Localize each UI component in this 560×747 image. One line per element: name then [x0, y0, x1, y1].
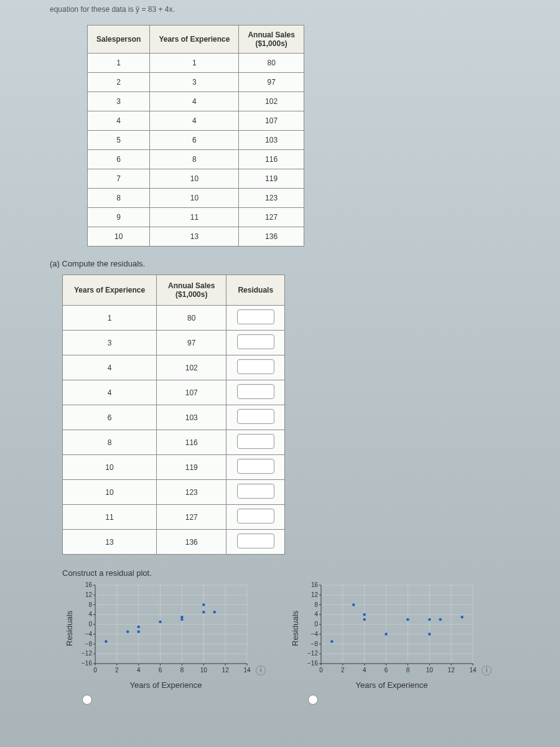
- svg-text:2: 2: [341, 667, 345, 674]
- svg-point-117: [352, 603, 355, 606]
- svg-text:12: 12: [85, 591, 93, 598]
- table-cell: 102: [157, 355, 226, 380]
- table-cell: 107: [157, 380, 226, 405]
- svg-text:8: 8: [406, 667, 410, 674]
- table-cell: 2: [88, 73, 150, 92]
- svg-text:−12: −12: [82, 650, 92, 657]
- info-icon[interactable]: i: [256, 665, 266, 675]
- svg-point-61: [202, 603, 205, 606]
- plot-radio[interactable]: [308, 695, 318, 705]
- info-icon[interactable]: i: [482, 665, 492, 675]
- residual-input-cell: [226, 405, 285, 430]
- table-cell: 127: [239, 208, 304, 227]
- residual-input[interactable]: [237, 359, 274, 374]
- svg-point-121: [406, 618, 409, 621]
- svg-point-123: [428, 618, 431, 621]
- residual-input-cell: [226, 455, 285, 480]
- table-cell: 4: [63, 355, 157, 380]
- table-row: 6103: [63, 405, 285, 430]
- svg-point-62: [213, 611, 216, 613]
- svg-text:12: 12: [311, 591, 319, 598]
- question-a: (a) Compute the residuals.: [50, 259, 548, 268]
- svg-point-56: [138, 626, 140, 628]
- table-cell: 136: [239, 227, 304, 247]
- table-cell: 8: [150, 150, 239, 169]
- plot-radio[interactable]: [82, 695, 92, 705]
- table-cell: 6: [63, 405, 157, 430]
- table-cell: 80: [239, 54, 304, 73]
- table-cell: 9: [88, 208, 150, 227]
- residual-input[interactable]: [237, 434, 274, 449]
- table-cell: 3: [150, 73, 239, 92]
- svg-text:8: 8: [180, 667, 184, 674]
- table-header: Annual Sales($1,000s): [157, 275, 226, 306]
- table-header: Residuals: [226, 275, 285, 306]
- svg-point-118: [363, 613, 366, 616]
- svg-point-119: [363, 618, 366, 621]
- residual-plot-1: −16−12−8−4048121602468101214: [302, 581, 477, 675]
- residual-input[interactable]: [237, 509, 274, 524]
- svg-point-124: [439, 618, 442, 621]
- svg-text:−8: −8: [311, 641, 319, 647]
- table-cell: 1: [88, 54, 150, 73]
- residual-input[interactable]: [237, 309, 274, 324]
- table-cell: 1: [150, 54, 239, 73]
- svg-text:4: 4: [88, 611, 92, 618]
- table-row: 44107: [88, 111, 304, 131]
- table-cell: 107: [239, 111, 304, 131]
- table-cell: 13: [63, 530, 157, 555]
- residual-input-cell: [226, 331, 285, 355]
- table-cell: 119: [157, 455, 226, 480]
- residual-plot-0: −16−12−8−4048121602468101214: [77, 581, 251, 675]
- table-cell: 8: [63, 430, 157, 455]
- table-row: 10123: [63, 480, 285, 505]
- residual-input[interactable]: [237, 484, 274, 499]
- residual-input[interactable]: [237, 384, 274, 399]
- table-cell: 3: [63, 331, 157, 355]
- residual-input-cell: [226, 505, 285, 530]
- table-row: 34102: [88, 92, 304, 111]
- svg-text:10: 10: [200, 667, 208, 674]
- svg-point-58: [180, 618, 183, 621]
- table-header: Years of Experience: [150, 26, 239, 54]
- table-row: 710119: [88, 169, 304, 189]
- svg-text:14: 14: [469, 667, 477, 674]
- svg-point-53: [105, 640, 107, 642]
- table-row: 180: [63, 306, 285, 331]
- table-cell: 10: [150, 189, 239, 208]
- table-header: Annual Sales($1,000s): [239, 26, 304, 54]
- svg-text:2: 2: [115, 667, 119, 674]
- residual-input[interactable]: [237, 533, 274, 548]
- svg-text:0: 0: [93, 667, 97, 674]
- residual-input-cell: [226, 306, 285, 331]
- svg-text:4: 4: [314, 611, 318, 618]
- residual-input[interactable]: [237, 409, 274, 424]
- equation-text: equation for these data is ŷ = 83 + 4x.: [50, 0, 548, 19]
- table-header: Salesperson: [88, 26, 150, 54]
- svg-text:6: 6: [385, 667, 388, 674]
- residual-input[interactable]: [237, 334, 274, 349]
- residual-input-cell: [226, 355, 285, 380]
- table-cell: 10: [63, 480, 157, 505]
- plot-ylabel: Residuals: [62, 581, 77, 675]
- table-row: 8116: [63, 430, 285, 455]
- svg-text:−16: −16: [307, 660, 318, 667]
- residual-input[interactable]: [237, 459, 274, 474]
- table-cell: 8: [88, 189, 150, 208]
- table-cell: 10: [150, 169, 239, 189]
- table-cell: 97: [157, 331, 226, 355]
- residual-input-cell: [226, 430, 285, 455]
- table-header: Years of Experience: [63, 275, 157, 306]
- residuals-table: Years of ExperienceAnnual Sales($1,000s)…: [62, 275, 285, 555]
- table-row: 2397: [88, 73, 304, 92]
- svg-text:16: 16: [311, 581, 319, 588]
- table-cell: 4: [63, 380, 157, 405]
- svg-text:−4: −4: [311, 631, 319, 637]
- table-cell: 1: [63, 306, 157, 331]
- table-cell: 10: [88, 227, 150, 247]
- svg-point-59: [180, 616, 183, 618]
- table-row: 11127: [63, 505, 285, 530]
- table-cell: 123: [239, 189, 304, 208]
- svg-text:0: 0: [88, 621, 92, 627]
- table-row: 1180: [88, 54, 304, 73]
